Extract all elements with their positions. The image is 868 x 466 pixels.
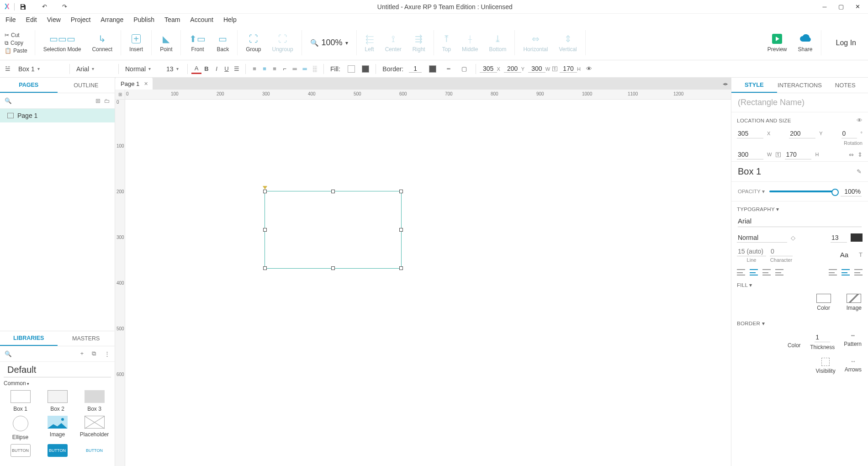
front-button[interactable]: ⬆▭Front (184, 26, 211, 60)
halign-right-icon[interactable]: ≡ (270, 64, 280, 74)
lib-section-common[interactable]: Common (0, 377, 115, 387)
maximize-icon[interactable]: ▢ (838, 4, 844, 10)
handle-w[interactable] (263, 228, 267, 232)
widget-box2[interactable]: Box 2 (40, 390, 75, 412)
selected-rectangle[interactable] (265, 191, 402, 269)
opacity-slider[interactable] (769, 191, 836, 192)
widget-button2[interactable]: BUTTON (40, 444, 75, 466)
valign-top-icon[interactable]: ⌐ (280, 64, 290, 74)
tab-pages[interactable]: PAGES (0, 78, 58, 93)
cut-button[interactable]: ✂Cut (3, 32, 29, 39)
copy-button[interactable]: ⧉Copy (3, 39, 29, 47)
more-icon[interactable]: ⋮ (104, 350, 110, 357)
library-name[interactable]: Default (4, 362, 111, 377)
widget-box1[interactable]: Box 1 (3, 390, 38, 412)
x-input[interactable] (480, 65, 497, 73)
weight-dropdown[interactable]: Normal (122, 65, 164, 73)
underline-icon[interactable]: U (222, 64, 232, 74)
bold-icon[interactable]: B (201, 64, 212, 74)
border-side-icon[interactable]: ▢ (459, 64, 469, 74)
zoom-control[interactable]: 🔍100%▾ (305, 26, 354, 60)
back-button[interactable]: ▭Back (211, 26, 234, 60)
rotate-handle-icon[interactable] (263, 186, 267, 190)
menu-publish[interactable]: Publish (133, 16, 154, 23)
selection-mode-button[interactable]: ▭▭▭Selection Mode (38, 26, 87, 60)
line-spacing-input[interactable] (737, 246, 766, 256)
widget-name-input[interactable]: (Rectangle Name) (731, 93, 868, 112)
more-typo-icon[interactable]: T (859, 251, 863, 258)
preview-button[interactable]: Preview (762, 26, 793, 60)
search-icon[interactable]: 🔍 (5, 97, 12, 104)
close-tab-icon[interactable]: ✕ (144, 81, 148, 87)
connect-button[interactable]: ↳Connect (86, 26, 118, 60)
tab-masters[interactable]: MASTERS (58, 331, 115, 346)
section-typography[interactable]: TYPOGRAPHY ▾ (731, 201, 868, 215)
menu-view[interactable]: View (47, 16, 61, 23)
page-item[interactable]: Page 1 (0, 109, 115, 122)
ruler-origin[interactable]: ⊞ (115, 90, 125, 99)
style-icon[interactable]: ☱ (3, 64, 13, 74)
halign-left-icon[interactable]: ≡ (249, 64, 259, 74)
opacity-input[interactable] (841, 186, 862, 196)
login-button[interactable]: Log In (824, 26, 868, 60)
menu-file[interactable]: File (5, 16, 16, 23)
h-input[interactable] (560, 65, 577, 73)
tab-outline[interactable]: OUTLINE (58, 78, 115, 93)
stepper-icon[interactable]: ◇ (791, 234, 795, 241)
w-input[interactable] (528, 65, 545, 73)
canvas-tab[interactable]: Page 1✕ (115, 78, 153, 90)
menu-project[interactable]: Project (71, 16, 91, 23)
widget-ellipse[interactable]: Ellipse (3, 416, 38, 440)
widget-placeholder[interactable]: Placeholder (77, 416, 112, 440)
lock-aspect-icon[interactable]: ⚿ (552, 65, 558, 72)
valign-bot-icon[interactable]: ═ (300, 64, 310, 74)
size-dropdown[interactable]: 13 (164, 65, 184, 73)
fill-swatch[interactable] (348, 65, 355, 73)
lib-search-icon[interactable]: 🔍 (5, 350, 12, 357)
handle-s[interactable] (331, 266, 335, 270)
tab-notes[interactable]: NOTES (822, 78, 868, 93)
menu-help[interactable]: Help (223, 16, 237, 23)
rp-valign-top-icon[interactable] (829, 269, 837, 275)
widget-style-dropdown[interactable]: Box 1 (16, 65, 66, 73)
bullets-icon[interactable]: ☰ (232, 64, 242, 74)
fill-image-button[interactable]: Image (847, 294, 862, 311)
handle-ne[interactable] (399, 190, 403, 193)
collapse-icon[interactable]: ⧉ (92, 350, 96, 357)
rp-size-input[interactable] (831, 233, 847, 243)
rp-font-input[interactable] (738, 215, 862, 227)
rp-align-justify-icon[interactable] (775, 269, 783, 275)
handle-n[interactable] (331, 190, 335, 193)
valign-mid-icon[interactable]: ═ (290, 64, 300, 74)
vertical-ruler[interactable]: 0 100 200 300 400 500 600 (115, 100, 125, 466)
rp-weight-input[interactable] (737, 233, 787, 243)
tab-overflow-icon[interactable]: ◂▸ (723, 81, 728, 87)
fill-swatch-dark[interactable] (362, 65, 369, 73)
menu-arrange[interactable]: Arrange (101, 16, 123, 23)
lock-icon[interactable]: ⚿ (775, 151, 781, 158)
point-button[interactable]: ◣Point (154, 26, 178, 60)
paste-button[interactable]: 📋Paste (3, 47, 29, 54)
rp-align-left-icon[interactable] (737, 269, 745, 275)
rp-y-input[interactable] (789, 128, 815, 138)
save-icon[interactable] (19, 3, 26, 11)
rp-align-right-icon[interactable] (762, 269, 771, 275)
handle-se[interactable] (399, 266, 403, 270)
add-lib-icon[interactable]: + (80, 350, 84, 357)
char-spacing-input[interactable] (770, 246, 793, 256)
handle-sw[interactable] (263, 266, 267, 270)
eye-icon[interactable]: 👁 (857, 117, 863, 124)
fill-color-button[interactable]: Color (816, 294, 831, 311)
border-thickness-input[interactable] (815, 332, 830, 342)
rp-h-input[interactable] (785, 149, 811, 159)
section-fill[interactable]: FILL ▾ (731, 277, 868, 291)
border-style-icon[interactable]: ┅ (444, 64, 454, 74)
widget-image[interactable]: Image (40, 416, 75, 440)
undo-icon[interactable]: ↶ (41, 3, 48, 11)
italic-icon[interactable]: I (212, 64, 222, 74)
canvas-stage[interactable] (125, 100, 731, 466)
tab-interactions[interactable]: INTERACTIONS (777, 78, 823, 93)
menu-account[interactable]: Account (190, 16, 213, 23)
rp-x-input[interactable] (737, 128, 763, 138)
handle-nw[interactable] (263, 190, 267, 193)
